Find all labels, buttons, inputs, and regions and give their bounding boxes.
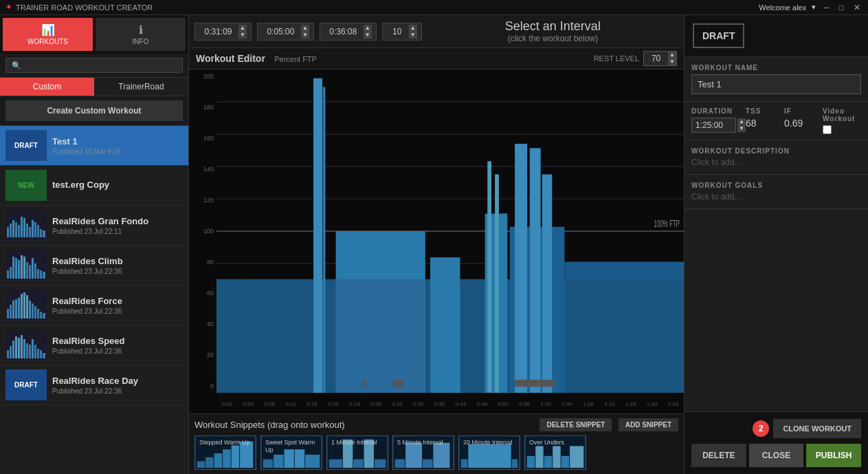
spinner-down-3[interactable]: ▼ <box>364 32 372 39</box>
duration-down-btn[interactable]: ▼ <box>737 125 746 132</box>
svg-rect-57 <box>37 349 39 358</box>
sidebar-header: 📊 WORKOUTS ℹ INFO <box>0 15 188 54</box>
stats-row: DURATION ▲ ▼ TSS 68 IF 0.69 Video Workou… <box>685 102 868 140</box>
draft-badge: DRAFT <box>693 23 744 48</box>
svg-text:100% FTP: 100% FTP <box>654 218 680 228</box>
tab-info[interactable]: ℹ INFO <box>96 18 186 51</box>
spinner-down-4[interactable]: ▼ <box>409 32 417 39</box>
spinner-up-4[interactable]: ▲ <box>409 25 417 32</box>
svg-rect-82 <box>495 174 499 393</box>
search-input[interactable] <box>5 58 183 73</box>
stat-if: IF 0.69 <box>784 107 823 129</box>
add-snippet-button[interactable]: ADD SNIPPET <box>619 418 678 431</box>
time-input-4[interactable] <box>387 27 408 36</box>
desc-click-to-add[interactable]: Click to add... <box>691 158 861 167</box>
snippet-item-stepped-warm-up[interactable]: Stepped Warm Up <box>194 435 256 470</box>
svg-rect-35 <box>18 298 20 319</box>
spinner-down-1[interactable]: ▼ <box>238 32 247 39</box>
workout-list: DRAFT Test 1 Published 10 Mar 9:45 NEW t… <box>0 126 188 474</box>
snippet-item-20min[interactable]: 20 Minute Interval <box>458 435 520 470</box>
rest-level-input[interactable] <box>644 54 668 63</box>
app-close-button[interactable]: ✕ <box>852 3 863 12</box>
tab-workouts[interactable]: 📊 WORKOUTS <box>3 18 93 51</box>
duration-input[interactable] <box>691 118 736 133</box>
snippet-item-5min[interactable]: 5 Minute Interval <box>392 435 454 470</box>
svg-rect-51 <box>21 335 23 358</box>
clone-workout-button[interactable]: CLONE WORKOUT <box>773 419 861 438</box>
spinner-up-2[interactable]: ▲ <box>301 25 309 32</box>
video-checkbox[interactable] <box>823 125 832 134</box>
svg-rect-58 <box>40 350 42 358</box>
workout-date: Published 23 Jul 22:11 <box>52 228 183 235</box>
workout-item[interactable]: DRAFT RealRides Race Day Published 23 Ju… <box>0 365 188 405</box>
duration-up-btn[interactable]: ▲ <box>737 118 746 125</box>
delete-snippet-button[interactable]: DELETE SNIPPET <box>539 418 612 431</box>
svg-rect-1 <box>7 227 9 237</box>
svg-rect-26 <box>34 263 36 279</box>
workout-title: RealRides Gran Fondo <box>52 216 183 226</box>
spinner-down-2[interactable]: ▼ <box>301 32 309 39</box>
tab-workouts-label: WORKOUTS <box>27 38 68 45</box>
svg-rect-86 <box>530 148 541 393</box>
rest-level-control: REST LEVEL ▲ ▼ <box>594 51 677 66</box>
workout-info: RealRides Climb Published 23 Jul 22:36 <box>52 256 183 275</box>
filter-tab-custom[interactable]: Custom <box>0 78 94 96</box>
snippet-item-1min[interactable]: 1 Minute Interval <box>326 435 388 470</box>
snippet-item-over-unders[interactable]: Over Unders <box>524 435 586 470</box>
time-input-2[interactable] <box>262 27 300 36</box>
svg-rect-19 <box>15 258 17 279</box>
app-logo: ✦ <box>5 3 12 12</box>
select-interval-subtitle: (click the workout below) <box>427 34 678 43</box>
workout-chart[interactable]: 100% FTP <box>216 69 684 393</box>
snippets-header: Workout Snippets (drag onto workout) DEL… <box>194 418 678 431</box>
create-custom-workout-button[interactable]: Create Custom Workout <box>5 100 183 121</box>
time-input-1[interactable] <box>199 27 237 36</box>
if-value: 0.69 <box>784 118 823 129</box>
workout-item[interactable]: RealRides Climb Published 23 Jul 22:36 <box>0 246 188 286</box>
spinner-up-1[interactable]: ▲ <box>238 25 247 32</box>
goals-click-to-add[interactable]: Click to add... <box>691 192 861 202</box>
svg-rect-109 <box>375 460 386 468</box>
workout-title: RealRides Climb <box>52 256 183 266</box>
rest-up-btn[interactable]: ▲ <box>668 52 676 58</box>
chevron-down-icon[interactable]: ▾ <box>812 3 816 12</box>
workout-item[interactable]: RealRides Force Published 23 Jul 22:36 <box>0 286 188 325</box>
svg-rect-4 <box>15 222 17 237</box>
titlebar: ✦ TRAINER ROAD WORKOUT CREATOR Welcome a… <box>0 0 868 15</box>
workout-date: Published 23 Jul 22:36 <box>52 387 183 395</box>
workout-thumbnail <box>5 210 47 241</box>
workout-name-input[interactable] <box>691 74 861 94</box>
workout-item[interactable]: RealRides Speed Published 23 Jul 22:36 <box>0 325 188 365</box>
stat-tss: TSS 68 <box>746 107 784 129</box>
svg-rect-12 <box>37 225 39 237</box>
rest-down-btn[interactable]: ▼ <box>668 58 676 65</box>
snippet-item-sweet-spot[interactable]: Sweet Spot Warm Up <box>260 435 322 470</box>
minimize-button[interactable]: ─ <box>821 3 832 12</box>
stat-duration: DURATION ▲ ▼ <box>691 107 746 133</box>
workout-item[interactable]: DRAFT Test 1 Published 10 Mar 9:45 <box>0 126 188 166</box>
svg-rect-125 <box>570 446 583 468</box>
bottom-actions: 2 CLONE WORKOUT DELETE CLOSE PUBLISH <box>685 411 868 474</box>
time-control-2: ▲ ▼ <box>257 23 314 41</box>
workout-item[interactable]: RealRides Gran Fondo Published 23 Jul 22… <box>0 206 188 246</box>
editor-title-text: Workout Editor <box>196 53 265 64</box>
app-title: TRAINER ROAD WORKOUT CREATOR <box>16 3 153 12</box>
svg-rect-40 <box>32 303 34 319</box>
publish-button[interactable]: PUBLISH <box>806 444 861 467</box>
restore-button[interactable]: □ <box>837 3 846 12</box>
workout-item[interactable]: NEW test.erg Copy <box>0 166 188 206</box>
workout-title: Test 1 <box>52 136 183 147</box>
svg-rect-124 <box>561 456 570 468</box>
delete-button[interactable]: DELETE <box>691 444 746 467</box>
spinner-up-3[interactable]: ▲ <box>364 25 372 32</box>
filter-tab-trainerroad[interactable]: TrainerRoad <box>94 78 188 96</box>
svg-rect-122 <box>544 456 553 468</box>
time-input-3[interactable] <box>324 27 362 36</box>
snippets-actions: DELETE SNIPPET ADD SNIPPET <box>535 418 678 431</box>
action-buttons: DELETE CLOSE PUBLISH <box>691 444 861 467</box>
chart-area[interactable]: 200 180 160 140 120 100 80 60 40 20 0 <box>189 69 684 413</box>
workout-date: Published 23 Jul 22:36 <box>52 308 183 315</box>
duration-value: ▲ ▼ <box>691 118 746 133</box>
close-button[interactable]: CLOSE <box>749 444 804 467</box>
svg-rect-38 <box>26 295 28 319</box>
